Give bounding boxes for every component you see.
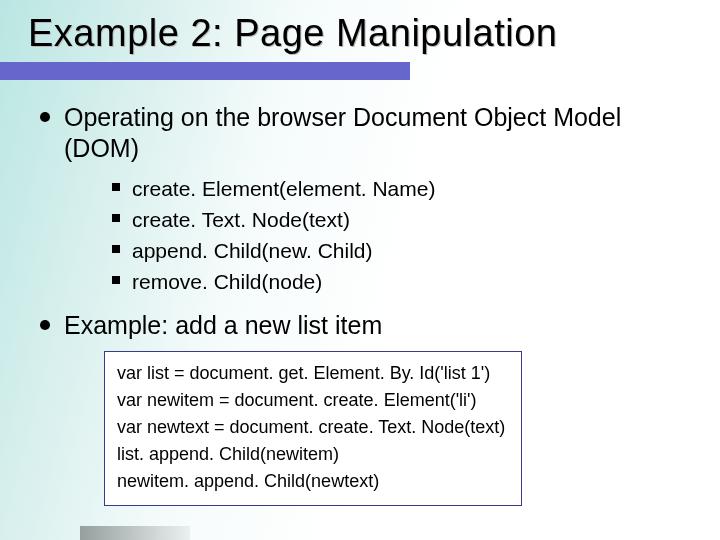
bullet-level1: Operating on the browser Document Object… <box>40 102 690 165</box>
bullet-text: create. Element(element. Name) <box>132 175 435 202</box>
slide-title: Example 2: Page Manipulation <box>28 12 557 55</box>
bullet-square-icon <box>112 214 120 222</box>
bullet-level2: create. Text. Node(text) <box>112 206 690 233</box>
code-line: var newitem = document. create. Element(… <box>117 387 509 414</box>
code-line: var list = document. get. Element. By. I… <box>117 360 509 387</box>
code-line: newitem. append. Child(newtext) <box>117 468 509 495</box>
bullet-text: append. Child(new. Child) <box>132 237 372 264</box>
bullet-text: create. Text. Node(text) <box>132 206 350 233</box>
bullet-dot-icon <box>40 112 50 122</box>
code-line: list. append. Child(newitem) <box>117 441 509 468</box>
slide: Example 2: Page Manipulation Operating o… <box>0 0 720 540</box>
footer-shadow <box>80 526 190 540</box>
bullet-text: Example: add a new list item <box>64 310 382 341</box>
bullet-square-icon <box>112 245 120 253</box>
bullet-level1: Example: add a new list item <box>40 310 690 341</box>
content-area: Operating on the browser Document Object… <box>40 102 690 506</box>
code-box: var list = document. get. Element. By. I… <box>104 351 522 506</box>
title-underline <box>0 62 410 80</box>
bullet-square-icon <box>112 183 120 191</box>
bullet-text: Operating on the browser Document Object… <box>64 102 690 165</box>
bullet-dot-icon <box>40 320 50 330</box>
bullet-square-icon <box>112 276 120 284</box>
bullet-level2: create. Element(element. Name) <box>112 175 690 202</box>
code-line: var newtext = document. create. Text. No… <box>117 414 509 441</box>
bullet-level2: remove. Child(node) <box>112 268 690 295</box>
sublist: create. Element(element. Name) create. T… <box>112 175 690 296</box>
bullet-level2: append. Child(new. Child) <box>112 237 690 264</box>
bullet-text: remove. Child(node) <box>132 268 322 295</box>
